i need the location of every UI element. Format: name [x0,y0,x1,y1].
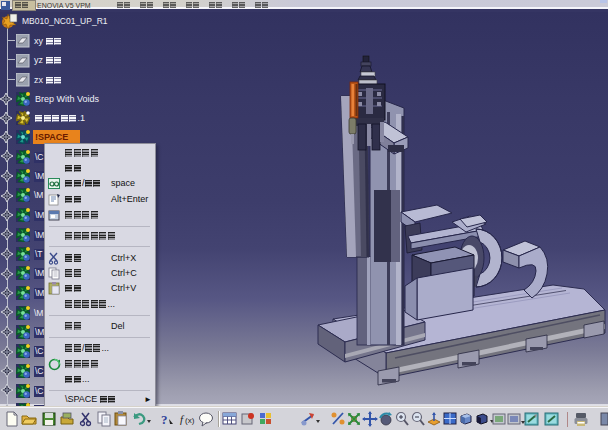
svg-text:(x): (x) [185,416,195,425]
svg-text:?: ? [161,412,168,427]
